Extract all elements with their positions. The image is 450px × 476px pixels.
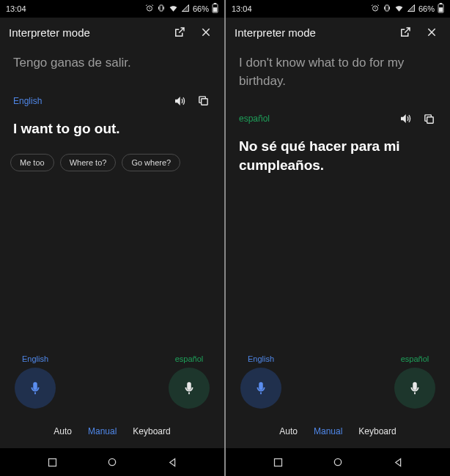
open-external-button[interactable] [396,23,415,42]
app-title: Interpreter mode [235,26,388,39]
svg-rect-3 [213,7,217,12]
source-text: I don't know what to do for my birthday. [239,54,437,90]
mic-lang-label: English [248,354,274,363]
open-external-button[interactable] [170,23,189,42]
battery-percent: 66% [193,4,209,13]
mode-tabs: Auto Manual Keyboard [15,419,210,444]
mic-area: English español Auto Manual Keyboard [0,354,224,448]
target-section: I want to go out. [0,116,224,146]
mic-lang-label: English [22,354,48,363]
target-header: español [226,103,450,134]
svg-rect-4 [214,3,217,4]
target-text: I want to go out. [13,119,211,138]
status-time: 13:04 [6,4,26,13]
svg-rect-5 [201,99,207,105]
mic-button-spanish[interactable] [169,368,210,409]
status-time: 13:04 [232,4,252,13]
wifi-icon [169,4,178,15]
vibrate-icon [383,4,391,14]
close-button[interactable] [422,23,441,42]
source-section: I don't know what to do for my birthday. [226,47,450,103]
target-section: No sé qué hacer para mi cumpleaños. [226,134,450,182]
app-header: Interpreter mode [0,18,224,47]
speak-button[interactable] [396,109,415,128]
target-language-label[interactable]: English [13,96,166,106]
mic-button-english[interactable] [240,368,281,409]
battery-icon [212,3,218,15]
mode-tab-manual[interactable]: Manual [88,426,117,436]
nav-back-button[interactable] [383,457,413,468]
copy-button[interactable] [419,109,438,128]
svg-rect-12 [440,3,443,4]
suggestion-chips: Me too Where to? Go where? [0,145,224,180]
battery-percent: 66% [418,4,435,13]
svg-rect-14 [274,458,281,466]
android-nav-bar [0,448,224,476]
mic-area: English español Auto Manual Keyboard [226,354,450,448]
nav-back-button[interactable] [158,457,187,468]
suggestion-chip[interactable]: Me too [10,154,54,171]
close-button[interactable] [196,23,215,42]
status-indicators: 66% [145,3,218,15]
mic-button-english[interactable] [15,368,56,409]
nav-recent-button[interactable] [263,457,292,468]
mic-lang-label: español [175,354,204,363]
speak-button[interactable] [170,92,189,111]
target-language-label[interactable]: español [239,114,391,124]
source-section: Tengo ganas de salir. [0,47,224,86]
mode-tab-keyboard[interactable]: Keyboard [133,426,170,436]
nav-recent-button[interactable] [37,457,67,468]
app-title: Interpreter mode [9,26,163,39]
mic-english: English [15,354,56,409]
nav-home-button[interactable] [97,456,127,468]
signal-icon [181,4,190,14]
screenshot-right: 13:04 66% Interpreter mode [226,0,450,476]
signal-icon [407,4,416,14]
target-header: English [0,86,224,116]
nav-home-button[interactable] [323,456,353,468]
mic-english: English [240,354,281,409]
vibrate-icon [157,4,166,14]
alarm-icon [371,4,380,14]
svg-point-7 [108,458,115,465]
svg-rect-9 [386,5,388,11]
app-header: Interpreter mode [226,18,450,47]
mic-lang-label: español [401,354,429,363]
status-bar: 13:04 66% [0,0,224,18]
screenshot-left: 13:04 66% Interpreter mode [0,0,224,476]
mic-button-spanish[interactable] [394,368,435,409]
svg-rect-13 [427,116,433,123]
mic-spanish: español [169,354,210,409]
mode-tab-keyboard[interactable]: Keyboard [358,426,396,436]
battery-icon [438,3,444,15]
source-text: Tengo ganas de salir. [13,54,211,72]
mode-tabs: Auto Manual Keyboard [240,419,435,444]
svg-rect-1 [160,5,163,11]
svg-point-15 [334,458,341,465]
alarm-icon [145,4,154,14]
mode-tab-auto[interactable]: Auto [54,426,72,436]
svg-rect-11 [439,7,443,12]
target-text: No sé qué hacer para mi cumpleaños. [239,137,437,174]
svg-rect-6 [48,458,56,466]
mic-spanish: español [394,354,435,409]
mode-tab-manual[interactable]: Manual [314,426,342,436]
android-nav-bar [226,448,450,476]
copy-button[interactable] [193,92,213,111]
status-indicators: 66% [371,3,444,15]
wifi-icon [394,4,404,15]
suggestion-chip[interactable]: Where to? [60,154,117,171]
mode-tab-auto[interactable]: Auto [279,426,298,436]
status-bar: 13:04 66% [226,0,450,18]
suggestion-chip[interactable]: Go where? [122,154,180,171]
